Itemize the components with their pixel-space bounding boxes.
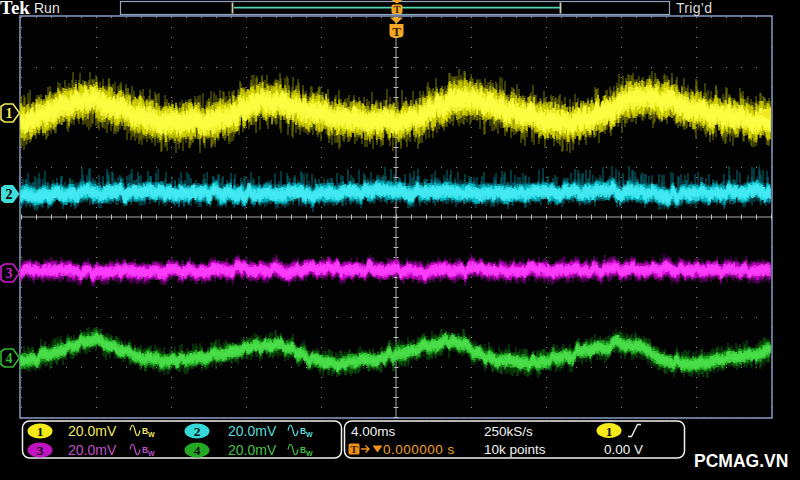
svg-text:20.0mV: 20.0mV [228, 442, 277, 458]
svg-text:W: W [148, 431, 155, 438]
svg-text:20.0mV: 20.0mV [228, 423, 277, 439]
svg-text:250kS/s: 250kS/s [484, 424, 533, 439]
svg-text:0.000000 s: 0.000000 s [383, 442, 455, 457]
svg-text:2: 2 [6, 187, 13, 202]
svg-text:Tek: Tek [0, 0, 30, 18]
svg-text:T: T [393, 4, 400, 15]
svg-text:3: 3 [6, 266, 13, 281]
svg-text:2: 2 [194, 424, 201, 439]
svg-text:Trig’d: Trig’d [676, 0, 712, 16]
svg-text:W: W [148, 450, 155, 457]
svg-text:3: 3 [37, 443, 44, 458]
svg-text:4.00ms: 4.00ms [351, 424, 396, 439]
svg-text:1: 1 [6, 106, 13, 121]
svg-text:10k points: 10k points [484, 442, 546, 457]
svg-text:0.00 V: 0.00 V [604, 442, 643, 457]
svg-text:Run: Run [34, 0, 60, 16]
svg-text:W: W [306, 450, 313, 457]
svg-text:T: T [392, 24, 401, 39]
svg-text:20.0mV: 20.0mV [68, 442, 117, 458]
svg-text:4: 4 [6, 351, 13, 366]
svg-text:1: 1 [606, 424, 613, 439]
svg-text:20.0mV: 20.0mV [68, 423, 117, 439]
svg-text:W: W [306, 431, 313, 438]
svg-text:4: 4 [194, 443, 201, 458]
svg-text:T: T [350, 443, 358, 455]
svg-text:1: 1 [37, 424, 44, 439]
svg-text:PCMAG.VN: PCMAG.VN [694, 451, 788, 471]
